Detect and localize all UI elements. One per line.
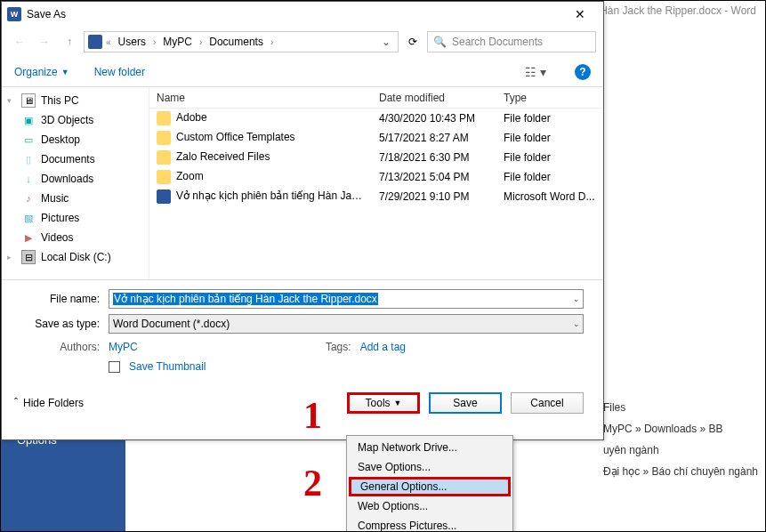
file-name-label: File name: bbox=[21, 293, 109, 305]
file-row[interactable]: Adobe4/30/2020 10:43 PMFile folder bbox=[149, 109, 603, 128]
desktop-icon: ▭ bbox=[21, 133, 36, 147]
column-headers: Name Date modified Type bbox=[149, 87, 603, 109]
document-icon: ▯ bbox=[21, 152, 36, 166]
file-name-field[interactable]: Vở nhạc kịch phiên bản tiếng Hàn Jack th… bbox=[109, 289, 584, 309]
help-icon[interactable]: ? bbox=[575, 64, 591, 80]
back-icon[interactable]: ← bbox=[9, 31, 30, 52]
save-thumbnail-checkbox[interactable] bbox=[109, 361, 120, 373]
tree-videos[interactable]: ▶Videos bbox=[2, 228, 149, 247]
file-row[interactable]: Zoom7/13/2021 5:04 PMFile folder bbox=[149, 167, 603, 187]
video-icon: ▶ bbox=[21, 230, 36, 245]
download-icon: ↓ bbox=[21, 172, 36, 186]
pc-icon: 🖥 bbox=[21, 93, 36, 108]
view-options-icon[interactable]: ☷ ▾ bbox=[521, 63, 550, 81]
menu-save-options[interactable]: Save Options... bbox=[349, 457, 511, 477]
forward-icon[interactable]: → bbox=[34, 31, 55, 52]
word-icon: W bbox=[7, 7, 21, 21]
chevron-left-icon: « bbox=[104, 37, 113, 47]
file-row[interactable]: Vở nhạc kịch phiên bản tiếng Hàn Jack t.… bbox=[149, 187, 603, 206]
picture-icon: ▧ bbox=[21, 211, 36, 225]
tags-value[interactable]: Add a tag bbox=[360, 341, 406, 353]
tree-this-pc[interactable]: ▾🖥This PC bbox=[2, 91, 149, 110]
dialog-title: Save As bbox=[27, 8, 562, 20]
tools-button[interactable]: Tools▼ bbox=[347, 392, 420, 414]
chevron-right-icon: › bbox=[151, 37, 157, 47]
save-type-label: Save as type: bbox=[21, 318, 109, 330]
authors-value[interactable]: MyPC bbox=[109, 341, 138, 353]
menu-web-options[interactable]: Web Options... bbox=[349, 496, 511, 516]
breadcrumb[interactable]: Users bbox=[115, 34, 149, 50]
word-icon bbox=[88, 35, 102, 49]
annotation-2: 2 bbox=[303, 462, 322, 504]
annotation-1: 1 bbox=[303, 394, 322, 437]
search-input[interactable]: 🔍 Search Documents bbox=[427, 31, 596, 52]
tree-downloads[interactable]: ↓Downloads bbox=[2, 169, 149, 189]
menu-compress-pictures[interactable]: Compress Pictures... bbox=[349, 516, 511, 532]
tree-documents[interactable]: ▯Documents bbox=[2, 149, 149, 169]
chevron-right-icon: ▸ bbox=[7, 253, 16, 262]
disk-icon: ⊟ bbox=[21, 250, 36, 264]
chevron-up-icon: ˆ bbox=[14, 397, 18, 409]
folder-icon bbox=[157, 111, 171, 125]
search-placeholder: Search Documents bbox=[452, 36, 543, 48]
recent-item[interactable]: Đại học » Báo chí chuyên ngành bbox=[603, 465, 758, 478]
folder-tree: ▾🖥This PC ▣3D Objects ▭Desktop ▯Document… bbox=[2, 87, 149, 279]
tree-desktop[interactable]: ▭Desktop bbox=[2, 130, 149, 149]
column-date[interactable]: Date modified bbox=[372, 92, 496, 104]
breadcrumb[interactable]: MyPC bbox=[159, 34, 196, 50]
tools-menu: Map Network Drive... Save Options... Gen… bbox=[346, 435, 513, 532]
chevron-right-icon: › bbox=[198, 37, 204, 47]
chevron-down-icon: ▼ bbox=[394, 399, 402, 407]
save-button[interactable]: Save bbox=[429, 392, 502, 414]
authors-label: Authors: bbox=[21, 341, 109, 353]
file-row[interactable]: Zalo Received Files7/18/2021 6:30 PMFile… bbox=[149, 148, 603, 167]
new-folder-button[interactable]: New folder bbox=[94, 66, 145, 78]
menu-map-network-drive[interactable]: Map Network Drive... bbox=[349, 438, 511, 457]
cube-icon: ▣ bbox=[21, 113, 36, 127]
tree-music[interactable]: ♪Music bbox=[2, 189, 149, 208]
breadcrumb[interactable]: Documents bbox=[206, 34, 267, 50]
hide-folders-button[interactable]: ˆ Hide Folders bbox=[14, 397, 84, 409]
chevron-down-icon[interactable]: ⌄ bbox=[378, 36, 394, 48]
word-window-title: Hàn Jack the Ripper.docx - Word bbox=[600, 4, 756, 17]
column-type[interactable]: Type bbox=[496, 92, 603, 104]
refresh-icon[interactable]: ⟳ bbox=[402, 31, 423, 52]
save-as-dialog: W Save As ✕ ← → ↑ « Users › MyPC › Docum… bbox=[1, 1, 604, 440]
chevron-down-icon[interactable]: ⌄ bbox=[573, 294, 580, 303]
close-icon[interactable]: ✕ bbox=[562, 7, 598, 21]
music-icon: ♪ bbox=[21, 191, 36, 206]
file-row[interactable]: Custom Office Templates5/17/2021 8:27 AM… bbox=[149, 128, 603, 148]
recent-item[interactable]: uyên ngành bbox=[603, 444, 758, 456]
folder-icon bbox=[157, 170, 171, 184]
tree-pictures[interactable]: ▧Pictures bbox=[2, 208, 149, 228]
save-type-field[interactable]: Word Document (*.docx) ⌄ bbox=[109, 314, 584, 334]
chevron-down-icon: ▾ bbox=[7, 96, 16, 105]
menu-general-options[interactable]: General Options... bbox=[349, 477, 511, 496]
recent-item[interactable]: Files bbox=[603, 401, 758, 414]
cancel-button[interactable]: Cancel bbox=[511, 392, 584, 414]
chevron-right-icon: › bbox=[269, 37, 275, 47]
save-thumbnail-label[interactable]: Save Thumbnail bbox=[129, 360, 206, 373]
tree-local-disk[interactable]: ▸⊟Local Disk (C:) bbox=[2, 247, 149, 267]
recent-item[interactable]: MyPC » Downloads » BB bbox=[603, 423, 758, 435]
word-icon bbox=[157, 189, 171, 204]
tree-3d-objects[interactable]: ▣3D Objects bbox=[2, 110, 149, 130]
folder-icon bbox=[157, 150, 171, 165]
address-bar[interactable]: « Users › MyPC › Documents › ⌄ bbox=[84, 31, 399, 52]
organize-button[interactable]: Organize▼ bbox=[14, 66, 69, 78]
chevron-down-icon[interactable]: ⌄ bbox=[573, 319, 580, 328]
search-icon: 🔍 bbox=[433, 36, 447, 48]
column-name[interactable]: Name bbox=[149, 92, 372, 104]
chevron-down-icon: ▼ bbox=[61, 68, 69, 77]
tags-label: Tags: bbox=[326, 341, 351, 353]
up-icon[interactable]: ↑ bbox=[59, 31, 80, 52]
folder-icon bbox=[157, 131, 171, 145]
